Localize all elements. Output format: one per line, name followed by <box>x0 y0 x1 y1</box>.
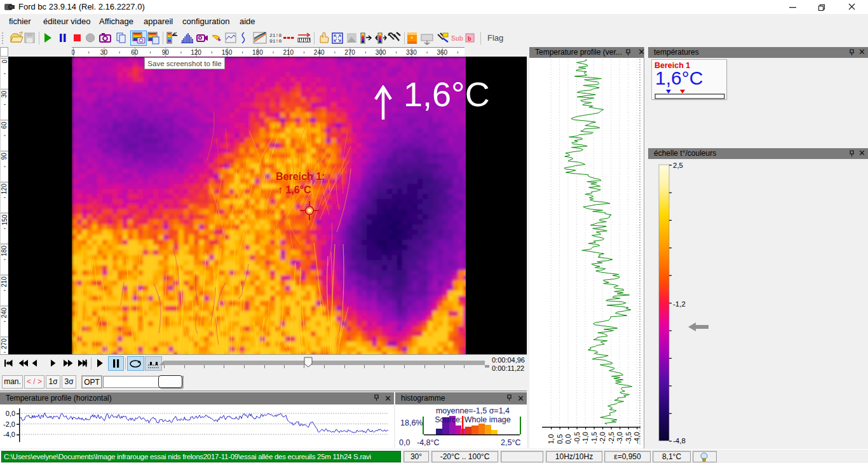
svg-text:-1,5: -1,5 <box>590 432 598 444</box>
svg-text:90: 90 <box>162 49 170 56</box>
svg-text:270: 270 <box>1 338 8 349</box>
svg-text:120: 120 <box>191 49 201 56</box>
svg-text:240: 240 <box>314 49 325 56</box>
svg-text:150: 150 <box>222 49 233 56</box>
svg-text:360: 360 <box>437 49 447 56</box>
svg-text:0,0: 0,0 <box>6 410 15 417</box>
svg-text:Source: Whole image: Source: Whole image <box>435 415 511 424</box>
svg-text:-1,0: -1,0 <box>581 432 589 444</box>
svg-text:-3,0: -3,0 <box>616 432 623 444</box>
svg-text:90: 90 <box>1 153 8 160</box>
svg-text:0,5: 0,5 <box>556 434 564 444</box>
svg-text:180: 180 <box>1 245 8 256</box>
svg-text:30: 30 <box>1 90 8 98</box>
svg-text:-4,0: -4,0 <box>633 432 641 444</box>
svg-text:2,5: 2,5 <box>673 162 683 169</box>
svg-text:-4,8: -4,8 <box>673 437 686 445</box>
svg-text:0,0: 0,0 <box>564 434 572 444</box>
svg-text:0: 0 <box>1 60 8 64</box>
svg-text:210: 210 <box>283 49 294 56</box>
svg-text:18,6%: 18,6% <box>400 418 423 427</box>
svg-text:b: b <box>468 36 471 42</box>
svg-text:60: 60 <box>131 49 139 56</box>
svg-text:300: 300 <box>376 49 386 56</box>
svg-text:330: 330 <box>406 49 417 56</box>
svg-text:moyenne=-1,5 σ=1,4: moyenne=-1,5 σ=1,4 <box>436 406 510 415</box>
svg-text:120: 120 <box>1 183 8 194</box>
svg-text:180: 180 <box>252 49 263 56</box>
svg-text:Flag: Flag <box>487 33 503 43</box>
svg-text:60: 60 <box>1 121 8 129</box>
svg-text:-2,0: -2,0 <box>3 420 15 428</box>
svg-text:21!8: 21!8 <box>269 32 281 38</box>
svg-text:Sub: Sub <box>451 35 463 42</box>
svg-text:30: 30 <box>100 49 108 56</box>
svg-text:-4,0: -4,0 <box>3 431 15 438</box>
svg-text:-2,0: -2,0 <box>599 432 606 444</box>
svg-text:270: 270 <box>344 49 355 56</box>
svg-text:91!0: 91!0 <box>269 38 281 44</box>
svg-text:-2,5: -2,5 <box>607 432 615 444</box>
svg-text:-0,5: -0,5 <box>573 432 581 444</box>
svg-text:1,0: 1,0 <box>547 434 555 444</box>
svg-text:150: 150 <box>1 214 8 225</box>
svg-text:-1,2: -1,2 <box>673 300 686 308</box>
svg-text:-3,5: -3,5 <box>625 432 632 444</box>
svg-text:0: 0 <box>72 49 75 56</box>
svg-text:240: 240 <box>1 307 8 318</box>
svg-text:210: 210 <box>1 276 8 287</box>
